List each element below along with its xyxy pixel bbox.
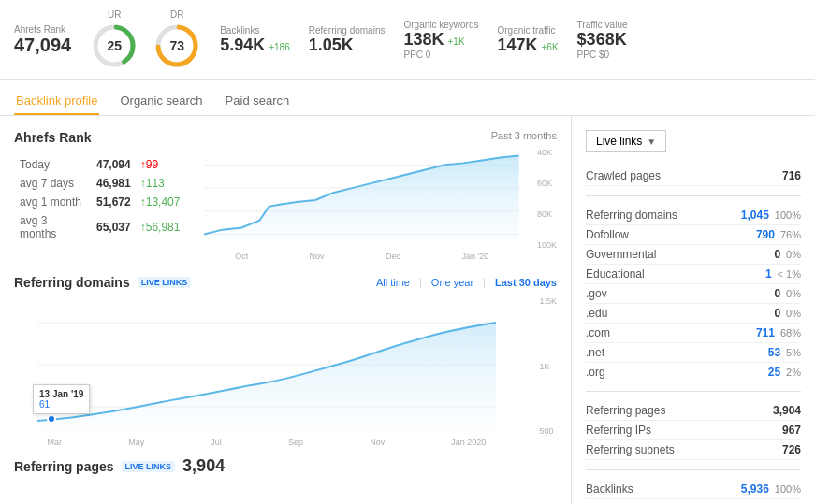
left-panel: Ahrefs Rank Today 47,094 ↑99 avg 7 days … <box>0 116 572 504</box>
backlinks-stat-label: Backlinks <box>586 482 633 496</box>
table-row: avg 1 month 51,672 ↑13,407 <box>16 194 183 210</box>
ahrefs-rank-metric: Ahrefs Rank 47,094 <box>14 24 71 56</box>
rank-chart-title-row: Past 3 months <box>204 130 557 141</box>
referring-domains-section-header: Referring domains LIVE LINKS All time | … <box>14 275 557 290</box>
com-pct: 68% <box>780 327 801 338</box>
table-row: Today 47,094 ↑99 <box>16 156 183 173</box>
ref-domains-pct: 100% <box>775 209 801 221</box>
crawled-pages-label: Crawled pages <box>586 169 661 182</box>
rank-chart-container: Past 3 months <box>204 130 557 261</box>
rank-row-label-3: avg 3 months <box>16 212 91 242</box>
governmental-value: 0 <box>774 248 780 261</box>
stat-row-com: .com 711 68% <box>586 324 801 343</box>
rank-row-label-0: Today <box>16 156 91 173</box>
stat-row-org: .org 25 2% <box>586 363 801 382</box>
stat-row-net: .net 53 5% <box>586 343 801 363</box>
filter-last-30-days[interactable]: Last 30 days <box>495 277 557 288</box>
rank-section: Ahrefs Rank Today 47,094 ↑99 avg 7 days … <box>14 130 557 261</box>
organic-keywords-sub: PPC 0 <box>403 50 478 60</box>
crawled-pages-row: Crawled pages 716 <box>586 166 801 186</box>
right-panel: Live links ▼ Crawled pages 716 Referring… <box>572 116 815 504</box>
gov-value: 0 <box>774 287 780 300</box>
tooltip-bubble: 13 Jan '19 61 <box>33 384 90 414</box>
stat-row-edu: .edu 0 0% <box>586 304 801 324</box>
organic-keywords-label: Organic keywords <box>403 20 478 30</box>
rank-chart-wrapper: 40K 60K 80K 100K <box>204 146 557 252</box>
tab-paid-search[interactable]: Paid search <box>224 88 292 115</box>
filter-one-year[interactable]: One year <box>431 277 473 288</box>
net-pct: 5% <box>786 347 801 358</box>
referring-domains-label: Referring domains <box>309 25 386 36</box>
svg-point-11 <box>48 415 55 423</box>
referring-domains-chart-inner: 13 Jan '19 61 <box>14 295 519 438</box>
filter-all-time[interactable]: All time <box>376 277 410 288</box>
tooltip-value: 61 <box>39 399 83 410</box>
referring-domains-badge: LIVE LINKS <box>138 277 192 288</box>
referring-pages-badge: LIVE LINKS <box>122 461 176 472</box>
rank-chart-inner <box>204 146 519 252</box>
rank-row-label-2: avg 1 month <box>16 194 91 210</box>
edu-value: 0 <box>774 307 780 320</box>
rank-row-value-2: 51,672 <box>93 194 135 210</box>
rank-row-change-0: ↑99 <box>137 156 184 173</box>
table-row: avg 7 days 46,981 ↑113 <box>16 175 183 192</box>
com-value: 711 <box>756 326 775 339</box>
live-links-dropdown[interactable]: Live links ▼ <box>586 130 666 152</box>
gauge-container: UR 25 DR 73 <box>90 9 201 70</box>
rank-chart-period: Past 3 months <box>491 130 557 141</box>
main-content: Ahrefs Rank Today 47,094 ↑99 avg 7 days … <box>0 116 815 504</box>
rank-table-container: Ahrefs Rank Today 47,094 ↑99 avg 7 days … <box>14 130 185 261</box>
educational-label: Educational <box>586 267 645 281</box>
backlinks-metric: Backlinks 5.94K +186 <box>220 25 290 55</box>
traffic-value-metric: Traffic value $368K PPC $0 <box>577 20 633 60</box>
ref-ips-label: Referring IPs <box>586 424 651 437</box>
backlinks-change: +186 <box>269 42 290 52</box>
ref-pages-value: 3,904 <box>773 404 801 417</box>
referring-domains-right-section: Referring domains 1,045 100% Dofollow 79… <box>586 206 801 382</box>
dr-gauge: DR 73 <box>153 9 201 70</box>
organic-traffic-label: Organic traffic <box>498 25 559 36</box>
crawled-pages-value: 716 <box>782 169 801 182</box>
organic-keywords-value: 138K <box>403 30 444 50</box>
stat-row-ref-pages: Referring pages 3,904 <box>586 401 801 421</box>
organic-keywords-metric: Organic keywords 138K +1K PPC 0 <box>403 20 478 60</box>
ref-ips-value: 967 <box>782 424 801 437</box>
stat-row-backlinks: Backlinks 5,936 100% <box>586 480 801 499</box>
organic-traffic-change: +6K <box>542 42 559 52</box>
rank-row-change-2: ↑13,407 <box>137 194 184 210</box>
time-filters: All time | One year | Last 30 days <box>376 277 557 288</box>
dofollow-value: 790 <box>756 228 775 241</box>
referring-domains-x-labels: Mar May Jul Sep Nov Jan 2020 <box>14 438 519 447</box>
referring-domains-y-labels: 1.5K 1K 500 <box>539 295 557 438</box>
rank-row-value-3: 65,037 <box>93 212 135 242</box>
stat-row-educational: Educational 1 < 1% <box>586 265 801 284</box>
ur-gauge: UR 25 <box>90 9 138 70</box>
rank-row-change-1: ↑113 <box>137 175 184 192</box>
stat-row-dofollow: Dofollow 790 76% <box>586 225 801 245</box>
dropdown-row: Live links ▼ <box>586 130 801 152</box>
edu-label: .edu <box>586 307 607 320</box>
ref-domains-value: 1,045 <box>741 209 769 222</box>
dr-label: DR <box>170 9 183 20</box>
tab-backlink-profile[interactable]: Backlink profile <box>14 88 99 115</box>
dofollow-label: Dofollow <box>586 228 629 241</box>
ref-domains-label: Referring domains <box>586 209 677 222</box>
dr-circle: 73 <box>153 22 201 70</box>
traffic-value-value: $368K <box>577 30 633 50</box>
organic-traffic-value: 147K <box>498 36 538 55</box>
rank-chart-svg <box>204 146 519 249</box>
divider-2 <box>586 391 801 392</box>
referring-pages-title: Referring pages <box>14 459 114 474</box>
ref-subnets-label: Referring subnets <box>586 443 675 456</box>
tab-organic-search[interactable]: Organic search <box>118 88 204 115</box>
org-value: 25 <box>768 366 780 379</box>
dofollow-pct: 76% <box>780 229 801 240</box>
net-label: .net <box>586 346 604 359</box>
referring-domains-title: Referring domains <box>14 275 130 290</box>
com-label: .com <box>586 326 610 339</box>
referring-domains-chart-wrapper: 13 Jan '19 61 1.5K 1K 500 <box>14 295 557 438</box>
chevron-down-icon: ▼ <box>647 137 656 147</box>
rank-y-labels: 40K 60K 80K 100K <box>537 146 557 252</box>
ahrefs-rank-label: Ahrefs Rank <box>14 24 71 35</box>
traffic-value-label: Traffic value <box>577 20 633 30</box>
